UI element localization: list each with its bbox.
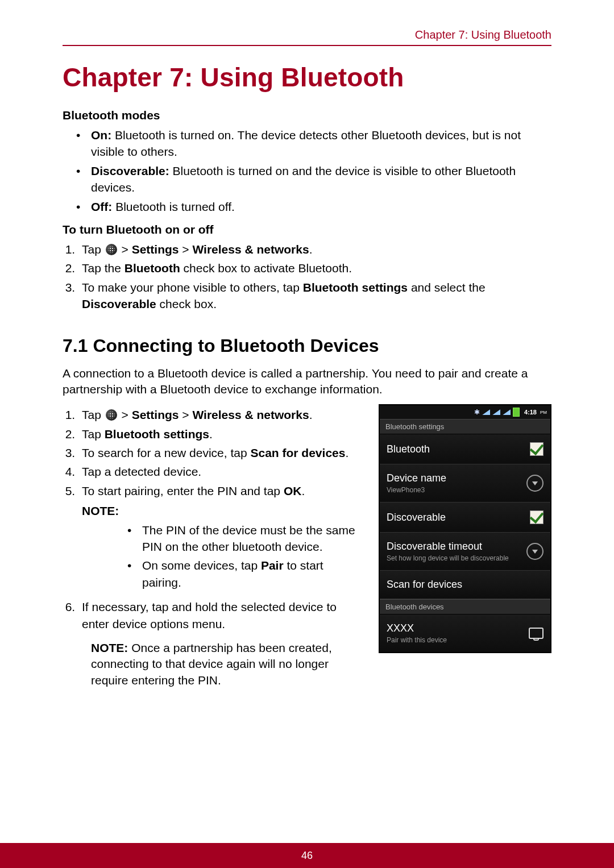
- bluetooth-modes-heading: Bluetooth modes: [63, 109, 551, 122]
- text: >: [179, 243, 192, 256]
- mode-label: Discoverable:: [91, 164, 169, 177]
- bluetooth-modes-list: On: Bluetooth is turned on. The device d…: [63, 127, 551, 215]
- text: and select the: [408, 281, 486, 294]
- bold: Scan for devices: [251, 446, 346, 459]
- bold: Bluetooth settings: [105, 427, 209, 441]
- list-item: Tap Bluetooth settings.: [78, 426, 365, 442]
- checkbox-icon[interactable]: [530, 510, 544, 524]
- turn-bt-steps: Tap > Settings > Wireless & networks. Ta…: [63, 241, 551, 313]
- page-header: Chapter 7: Using Bluetooth: [63, 28, 551, 46]
- text: To search for a new device, tap: [82, 446, 251, 459]
- row-sublabel: ViewPhone3: [387, 486, 446, 494]
- text: >: [179, 408, 192, 421]
- mode-label: On:: [91, 128, 111, 142]
- text: check box.: [156, 297, 217, 310]
- list-item: To make your phone visible to others, ta…: [78, 279, 551, 313]
- status-time: 4:18: [524, 409, 537, 416]
- section-intro: A connection to a Bluetooth device is ca…: [63, 366, 551, 398]
- text: On some devices, tap: [142, 559, 261, 572]
- text: Tap: [82, 427, 105, 441]
- text: Tap: [82, 408, 105, 421]
- list-item: The PIN of the device must be the same P…: [127, 522, 365, 555]
- text: Tap the: [82, 261, 125, 275]
- bold: Pair: [261, 559, 284, 572]
- list-item: To search for a new device, tap Scan for…: [78, 445, 365, 461]
- bluetooth-icon: ✱: [474, 408, 480, 416]
- row-sublabel: Pair with this device: [387, 636, 447, 644]
- phone-screenshot: ✱ 4:18PM Bluetooth settings Bluetooth De…: [379, 404, 551, 653]
- text: To start pairing, enter the PIN and tap: [82, 484, 284, 497]
- phone-section-title: Bluetooth settings: [380, 419, 550, 434]
- connect-steps: Tap > Settings > Wireless & networks. Ta…: [63, 406, 365, 632]
- row-sublabel: Set how long device will be discoverable: [387, 554, 509, 562]
- page-number: 46: [301, 850, 313, 862]
- text: >: [118, 243, 132, 256]
- phone-row-device[interactable]: XXXXPair with this device: [380, 614, 550, 652]
- phone-row-device-name[interactable]: Device nameViewPhone3: [380, 464, 550, 502]
- phone-row-scan[interactable]: Scan for devices: [380, 571, 550, 599]
- list-item: Tap > Settings > Wireless & networks.: [78, 406, 365, 423]
- text: check box to activate Bluetooth.: [180, 261, 352, 275]
- note-sublist: The PIN of the device must be the same P…: [122, 522, 365, 591]
- wireless-label: Wireless & networks: [192, 243, 309, 256]
- list-item: Discoverable: Bluetooth is turned on and…: [76, 163, 551, 196]
- bold: Bluetooth settings: [303, 281, 408, 294]
- list-item: If necessary, tap and hold the selected …: [78, 599, 365, 632]
- dropdown-icon[interactable]: [526, 543, 544, 560]
- list-item: On some devices, tap Pair to start pairi…: [127, 557, 365, 591]
- text: To make your phone visible to others, ta…: [82, 281, 303, 294]
- row-label: Bluetooth: [387, 443, 430, 455]
- phone-row-discoverable[interactable]: Discoverable: [380, 502, 550, 533]
- bold: Wireless & networks: [192, 408, 309, 421]
- apps-icon: [106, 244, 117, 255]
- battery-icon: [513, 408, 520, 417]
- text: .: [301, 484, 305, 497]
- text: .: [309, 243, 313, 256]
- list-item: To start pairing, enter the PIN and tap …: [78, 483, 365, 591]
- row-label: XXXX: [387, 622, 447, 634]
- chapter-title: Chapter 7: Using Bluetooth: [63, 62, 551, 93]
- phone-devices-title: Bluetooth devices: [380, 599, 550, 614]
- signal-icon: [482, 409, 490, 415]
- mode-label: Off:: [91, 200, 112, 213]
- row-label: Discoverable timeout: [387, 541, 509, 553]
- bold: Settings: [132, 408, 179, 421]
- text: .: [345, 446, 349, 459]
- list-item: On: Bluetooth is turned on. The device d…: [76, 127, 551, 160]
- list-item: Off: Bluetooth is turned off.: [76, 198, 551, 215]
- list-item: Tap the Bluetooth check box to activate …: [78, 260, 551, 276]
- note-label: NOTE:: [82, 502, 365, 519]
- section-7-1-heading: 7.1 Connecting to Bluetooth Devices: [63, 335, 551, 356]
- final-note: NOTE: Once a partnership has been create…: [91, 640, 365, 688]
- list-item: Tap > Settings > Wireless & networks.: [78, 241, 551, 258]
- bold: OK: [284, 484, 302, 497]
- dropdown-icon[interactable]: [526, 475, 544, 492]
- text: .: [209, 427, 213, 441]
- phone-row-bluetooth[interactable]: Bluetooth: [380, 434, 550, 464]
- turn-bt-heading: To turn Bluetooth on or off: [63, 223, 551, 236]
- checkbox-icon[interactable]: [530, 442, 544, 456]
- apps-icon: [106, 409, 117, 421]
- page-footer: 46: [0, 843, 614, 868]
- note-label: NOTE:: [91, 641, 128, 654]
- list-item: Tap a detected device.: [78, 463, 365, 480]
- mode-text: Bluetooth is turned off.: [112, 200, 235, 213]
- row-label: Scan for devices: [387, 579, 462, 591]
- bold: Bluetooth: [125, 261, 180, 275]
- text: .: [309, 408, 313, 421]
- row-label: Device name: [387, 472, 446, 484]
- settings-label: Settings: [132, 243, 179, 256]
- phone-row-disc-timeout[interactable]: Discoverable timeoutSet how long device …: [380, 533, 550, 571]
- status-pm: PM: [540, 410, 547, 415]
- text: Tap: [82, 243, 105, 256]
- signal-icon: [492, 409, 500, 415]
- pair-icon: [529, 628, 544, 639]
- mode-text: Bluetooth is turned on. The device detec…: [91, 128, 521, 158]
- row-label: Discoverable: [387, 512, 446, 524]
- signal-icon: [503, 409, 511, 415]
- phone-statusbar: ✱ 4:18PM: [380, 405, 550, 419]
- text: >: [118, 408, 132, 421]
- bold: Discoverable: [82, 297, 156, 310]
